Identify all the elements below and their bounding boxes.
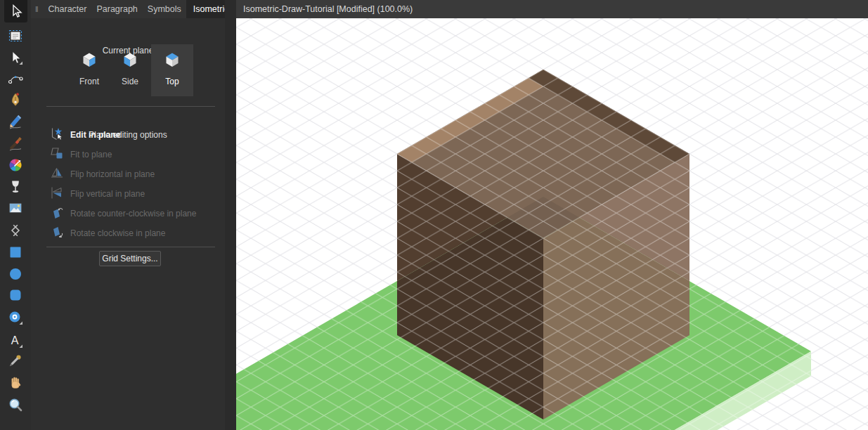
artboard-tool-icon[interactable] xyxy=(8,27,23,43)
option-rotate-ccw[interactable]: Rotate counter-clockwise in plane xyxy=(31,204,225,223)
panel-drag-handle[interactable]: ‖ xyxy=(31,5,44,13)
panel-gutter xyxy=(225,0,236,430)
front-plane-cube-icon xyxy=(80,51,98,72)
eyedropper-tool-icon[interactable] xyxy=(8,353,23,368)
node-tool-icon[interactable] xyxy=(8,71,23,86)
plane-button-side[interactable]: Side xyxy=(110,44,150,96)
crop-tool-icon[interactable] xyxy=(8,223,23,238)
flip-horizontal-icon xyxy=(49,165,65,183)
tab-paragraph[interactable]: Paragraph xyxy=(91,0,142,18)
option-rotate-cw[interactable]: Rotate clockwise in plane xyxy=(31,223,225,243)
option-label: Fit to plane xyxy=(70,150,112,159)
plane-button-label: Side xyxy=(122,77,138,86)
option-label: Edit in plane xyxy=(70,130,120,140)
tab-symbols[interactable]: Symbols xyxy=(143,0,186,18)
cursor-arrow-icon xyxy=(4,0,27,22)
fit-to-plane-icon xyxy=(49,145,65,164)
pencil-tool-icon[interactable] xyxy=(8,114,23,129)
ellipse-tool-icon[interactable] xyxy=(8,266,23,282)
option-label: Flip horizontal in plane xyxy=(70,169,155,179)
svg-text:A: A xyxy=(11,334,19,346)
pen-tool-icon[interactable] xyxy=(8,92,23,107)
option-flip-horizontal[interactable]: Flip horizontal in plane xyxy=(31,164,225,184)
brush-tool-icon[interactable] xyxy=(8,136,23,151)
section-divider xyxy=(46,106,215,107)
document-title: Isometric-Draw-Tutorial [Modified] (100.… xyxy=(236,4,413,14)
option-edit-in-plane[interactable]: Edit in plane xyxy=(31,125,225,145)
place-image-icon[interactable] xyxy=(8,200,23,216)
canvas[interactable] xyxy=(236,18,868,430)
document-tab[interactable]: Isometric-Draw-Tutorial [Modified] (100.… xyxy=(236,0,868,18)
side-plane-cube-icon xyxy=(121,51,139,72)
move-tool-icon[interactable] xyxy=(8,50,23,65)
isometric-panel: Current plane Front Side xyxy=(31,18,225,430)
colour-wheel-icon[interactable] xyxy=(8,157,23,173)
tab-character[interactable]: Character xyxy=(44,0,92,18)
flyout-triangle-icon xyxy=(20,345,23,348)
top-plane-cube-icon xyxy=(163,51,181,72)
option-fit-to-plane[interactable]: Fit to plane xyxy=(31,145,225,164)
option-flip-vertical[interactable]: Flip vertical in plane xyxy=(31,184,225,204)
plane-button-label: Front xyxy=(79,77,99,86)
option-label: Flip vertical in plane xyxy=(70,189,145,199)
plane-button-front[interactable]: Front xyxy=(70,44,109,96)
edit-in-plane-icon xyxy=(49,126,65,144)
text-tool-icon[interactable]: A xyxy=(8,333,23,348)
flyout-triangle-icon xyxy=(20,62,23,65)
flip-vertical-icon xyxy=(49,185,65,203)
flyout-triangle-icon xyxy=(20,322,23,325)
hand-tool-icon[interactable] xyxy=(8,375,23,391)
plane-button-label: Top xyxy=(165,77,179,86)
active-tool-box[interactable] xyxy=(0,0,31,23)
transparency-tool-icon[interactable] xyxy=(8,179,23,195)
option-label: Rotate clockwise in plane xyxy=(70,228,165,238)
rotate-ccw-icon xyxy=(49,204,65,223)
rounded-rectangle-tool-icon[interactable] xyxy=(8,287,23,303)
zoom-tool-icon[interactable] xyxy=(8,397,23,412)
plane-button-top[interactable]: Top xyxy=(151,44,193,96)
rectangle-tool-icon[interactable] xyxy=(8,245,23,260)
grid-settings-button[interactable]: Grid Settings... xyxy=(99,251,161,266)
tools-toolbar: A xyxy=(0,23,31,430)
panel-tab-strip: ‖ Character Paragraph Symbols Isometric xyxy=(31,0,225,18)
section-divider xyxy=(46,247,215,247)
option-label: Rotate counter-clockwise in plane xyxy=(70,209,196,219)
rotate-cw-icon xyxy=(49,224,65,242)
donut-tool-icon[interactable] xyxy=(8,310,23,325)
